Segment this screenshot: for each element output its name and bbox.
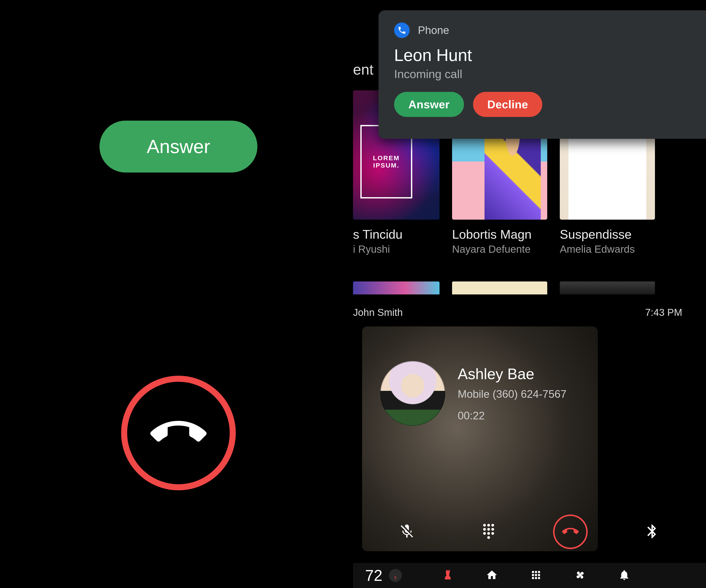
active-call-info: Ashley Bae Mobile (360) 624-7567 00:22 (380, 361, 566, 426)
seat-heat-icon (442, 569, 454, 582)
apps-grid-icon (530, 569, 542, 582)
answer-button-large[interactable]: Answer (100, 121, 258, 172)
active-call-duration: 00:22 (458, 410, 566, 422)
chevron-right-icon (392, 566, 399, 584)
status-time: 7:43 PM (645, 306, 682, 318)
notification-caller-name: Leon Hunt (394, 45, 691, 65)
background-text-fragment-ent: ent (353, 61, 374, 78)
phone-hangup-icon (150, 405, 206, 462)
notification-header: Phone (394, 23, 691, 38)
notification-subtitle: Incoming call (394, 67, 691, 81)
answer-button-label: Answer (408, 98, 450, 111)
decline-button[interactable]: Decline (473, 92, 542, 117)
notification-buttons: Answer Decline (394, 92, 691, 117)
media-card-2-subtitle: Nayara Defuente (452, 243, 547, 255)
end-call-button[interactable] (553, 514, 588, 549)
notifications-button[interactable] (617, 569, 631, 582)
temperature-display[interactable]: 72 (365, 566, 402, 584)
call-controls (353, 514, 706, 549)
dialpad-icon (480, 523, 497, 540)
dialpad-button[interactable] (471, 514, 506, 549)
fan-button[interactable] (573, 569, 587, 582)
media-cards-row-2-peek (353, 282, 706, 294)
active-call-name: Ashley Bae (458, 365, 566, 383)
right-panel: ent LOREM IPSUM. s Tincidu i Ryushi Lobo… (353, 0, 706, 588)
end-call-button-large[interactable] (121, 376, 236, 490)
apps-button[interactable] (529, 569, 543, 582)
caller-avatar (380, 361, 445, 426)
media-card-5-peek[interactable] (452, 282, 547, 294)
media-card-3-title: Suspendisse (560, 227, 655, 242)
home-button[interactable] (485, 569, 499, 582)
bluetooth-button[interactable] (635, 514, 669, 549)
temperature-value: 72 (365, 566, 383, 584)
phone-hangup-icon (562, 523, 579, 541)
media-card-1-subtitle: i Ryushi (353, 243, 439, 255)
media-card-1-title: s Tincidu (353, 227, 439, 242)
fan-icon (574, 569, 586, 582)
seat-heater-button[interactable] (441, 569, 455, 582)
incoming-call-notification: Phone Leon Hunt Incoming call Answer Dec… (379, 10, 706, 139)
bluetooth-icon (644, 523, 660, 540)
notification-app-name: Phone (418, 24, 449, 37)
system-icons (441, 569, 631, 582)
temperature-expand-button[interactable] (389, 569, 402, 582)
media-card-2-title: Lobortis Magn (452, 227, 547, 242)
answer-button[interactable]: Answer (394, 92, 464, 117)
status-user-name: John Smith (353, 306, 403, 318)
home-icon (486, 569, 498, 582)
system-bar: 72 (353, 563, 706, 588)
mute-button[interactable] (390, 514, 424, 549)
media-card-3-subtitle: Amelia Edwards (560, 243, 655, 255)
status-bar: John Smith 7:43 PM (353, 306, 706, 318)
phone-app-icon (394, 23, 410, 38)
answer-button-large-label: Answer (147, 135, 210, 158)
active-call-number: Mobile (360) 624-7567 (458, 388, 566, 401)
media-card-6-peek[interactable] (560, 282, 655, 294)
decline-button-label: Decline (487, 98, 528, 111)
mic-off-icon (399, 523, 415, 540)
bell-icon (618, 569, 630, 582)
media-card-4-peek[interactable] (353, 282, 439, 294)
